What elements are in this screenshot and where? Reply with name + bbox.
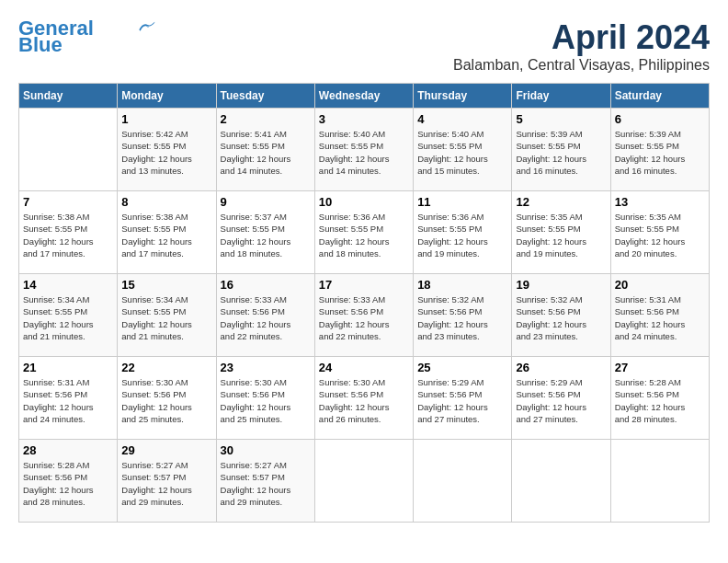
- calendar-day-cell: [19, 109, 118, 191]
- day-info: Sunrise: 5:30 AM Sunset: 5:56 PM Dayligh…: [121, 376, 211, 425]
- day-info: Sunrise: 5:34 AM Sunset: 5:55 PM Dayligh…: [23, 293, 113, 342]
- day-number: 26: [516, 361, 606, 374]
- calendar-header-row: SundayMondayTuesdayWednesdayThursdayFrid…: [19, 84, 710, 109]
- day-number: 30: [221, 443, 311, 457]
- day-number: 28: [23, 443, 113, 457]
- day-number: 8: [121, 195, 211, 209]
- day-of-week-header: Thursday: [414, 84, 512, 109]
- calendar-day-cell: 1Sunrise: 5:42 AM Sunset: 5:55 PM Daylig…: [118, 109, 216, 191]
- day-number: 6: [615, 112, 705, 126]
- calendar-day-cell: 19Sunrise: 5:32 AM Sunset: 5:56 PM Dayli…: [512, 274, 610, 357]
- calendar-day-cell: 13Sunrise: 5:35 AM Sunset: 5:55 PM Dayli…: [610, 191, 709, 274]
- day-info: Sunrise: 5:28 AM Sunset: 5:56 PM Dayligh…: [23, 459, 113, 508]
- calendar-day-cell: 29Sunrise: 5:27 AM Sunset: 5:57 PM Dayli…: [118, 440, 216, 523]
- day-info: Sunrise: 5:34 AM Sunset: 5:55 PM Dayligh…: [121, 293, 211, 342]
- day-number: 17: [319, 278, 409, 292]
- day-info: Sunrise: 5:31 AM Sunset: 5:56 PM Dayligh…: [23, 376, 113, 425]
- day-number: 27: [615, 361, 705, 374]
- calendar-day-cell: 10Sunrise: 5:36 AM Sunset: 5:55 PM Dayli…: [314, 191, 413, 274]
- calendar-day-cell: [610, 440, 709, 523]
- day-info: Sunrise: 5:27 AM Sunset: 5:57 PM Dayligh…: [221, 459, 311, 508]
- day-number: 3: [319, 112, 409, 126]
- logo-text2: Blue: [18, 35, 63, 55]
- day-info: Sunrise: 5:38 AM Sunset: 5:55 PM Dayligh…: [121, 211, 211, 259]
- day-of-week-header: Sunday: [19, 84, 118, 109]
- day-number: 22: [121, 361, 211, 374]
- day-number: 9: [221, 195, 311, 209]
- calendar-week-row: 1Sunrise: 5:42 AM Sunset: 5:55 PM Daylig…: [19, 109, 710, 191]
- calendar-week-row: 7Sunrise: 5:38 AM Sunset: 5:55 PM Daylig…: [19, 191, 710, 274]
- calendar-day-cell: 30Sunrise: 5:27 AM Sunset: 5:57 PM Dayli…: [216, 440, 314, 523]
- title-area: April 2024 Balamban, Central Visayas, Ph…: [453, 18, 710, 74]
- day-info: Sunrise: 5:36 AM Sunset: 5:55 PM Dayligh…: [319, 211, 409, 259]
- day-info: Sunrise: 5:42 AM Sunset: 5:55 PM Dayligh…: [121, 128, 211, 177]
- day-number: 18: [417, 278, 507, 292]
- day-info: Sunrise: 5:36 AM Sunset: 5:55 PM Dayligh…: [417, 211, 507, 259]
- day-number: 10: [319, 195, 409, 209]
- calendar-day-cell: 11Sunrise: 5:36 AM Sunset: 5:55 PM Dayli…: [414, 191, 512, 274]
- day-number: 25: [417, 361, 507, 374]
- calendar-day-cell: 4Sunrise: 5:40 AM Sunset: 5:55 PM Daylig…: [414, 109, 512, 191]
- calendar-day-cell: 3Sunrise: 5:40 AM Sunset: 5:55 PM Daylig…: [314, 109, 413, 191]
- day-info: Sunrise: 5:29 AM Sunset: 5:56 PM Dayligh…: [417, 376, 507, 425]
- day-number: 19: [516, 278, 606, 292]
- day-info: Sunrise: 5:41 AM Sunset: 5:55 PM Dayligh…: [221, 128, 311, 177]
- calendar-day-cell: 21Sunrise: 5:31 AM Sunset: 5:56 PM Dayli…: [19, 357, 118, 440]
- day-number: 12: [516, 195, 606, 209]
- day-info: Sunrise: 5:29 AM Sunset: 5:56 PM Dayligh…: [516, 376, 606, 425]
- calendar-day-cell: 22Sunrise: 5:30 AM Sunset: 5:56 PM Dayli…: [118, 357, 216, 440]
- calendar-day-cell: 20Sunrise: 5:31 AM Sunset: 5:56 PM Dayli…: [610, 274, 709, 357]
- day-number: 23: [221, 361, 311, 374]
- day-number: 11: [417, 195, 507, 209]
- day-info: Sunrise: 5:30 AM Sunset: 5:56 PM Dayligh…: [319, 376, 409, 425]
- day-number: 13: [615, 195, 705, 209]
- calendar-table: SundayMondayTuesdayWednesdayThursdayFrid…: [18, 83, 710, 523]
- calendar-day-cell: 23Sunrise: 5:30 AM Sunset: 5:56 PM Dayli…: [216, 357, 314, 440]
- calendar-day-cell: 9Sunrise: 5:37 AM Sunset: 5:55 PM Daylig…: [216, 191, 314, 274]
- calendar-day-cell: 18Sunrise: 5:32 AM Sunset: 5:56 PM Dayli…: [414, 274, 512, 357]
- day-info: Sunrise: 5:37 AM Sunset: 5:55 PM Dayligh…: [221, 211, 311, 259]
- location-title: Balamban, Central Visayas, Philippines: [453, 57, 710, 74]
- day-info: Sunrise: 5:35 AM Sunset: 5:55 PM Dayligh…: [516, 211, 606, 259]
- calendar-day-cell: 8Sunrise: 5:38 AM Sunset: 5:55 PM Daylig…: [118, 191, 216, 274]
- calendar-day-cell: 24Sunrise: 5:30 AM Sunset: 5:56 PM Dayli…: [314, 357, 413, 440]
- day-info: Sunrise: 5:40 AM Sunset: 5:55 PM Dayligh…: [417, 128, 507, 177]
- day-number: 29: [121, 443, 211, 457]
- day-number: 14: [23, 278, 113, 292]
- day-number: 21: [23, 361, 113, 374]
- calendar-day-cell: 25Sunrise: 5:29 AM Sunset: 5:56 PM Dayli…: [414, 357, 512, 440]
- day-info: Sunrise: 5:39 AM Sunset: 5:55 PM Dayligh…: [615, 128, 705, 177]
- day-info: Sunrise: 5:33 AM Sunset: 5:56 PM Dayligh…: [221, 293, 311, 342]
- day-number: 1: [121, 112, 211, 126]
- day-of-week-header: Saturday: [610, 84, 709, 109]
- day-number: 20: [615, 278, 705, 292]
- day-info: Sunrise: 5:39 AM Sunset: 5:55 PM Dayligh…: [516, 128, 606, 177]
- calendar-day-cell: 27Sunrise: 5:28 AM Sunset: 5:56 PM Dayli…: [610, 357, 709, 440]
- calendar-week-row: 28Sunrise: 5:28 AM Sunset: 5:56 PM Dayli…: [19, 440, 710, 523]
- calendar-day-cell: 12Sunrise: 5:35 AM Sunset: 5:55 PM Dayli…: [512, 191, 610, 274]
- day-number: 4: [417, 112, 507, 126]
- calendar-day-cell: [314, 440, 413, 523]
- day-of-week-header: Friday: [512, 84, 610, 109]
- day-number: 16: [221, 278, 311, 292]
- calendar-day-cell: 2Sunrise: 5:41 AM Sunset: 5:55 PM Daylig…: [216, 109, 314, 191]
- calendar-day-cell: 17Sunrise: 5:33 AM Sunset: 5:56 PM Dayli…: [314, 274, 413, 357]
- day-of-week-header: Wednesday: [314, 84, 413, 109]
- calendar-day-cell: 6Sunrise: 5:39 AM Sunset: 5:55 PM Daylig…: [610, 109, 709, 191]
- calendar-day-cell: 28Sunrise: 5:28 AM Sunset: 5:56 PM Dayli…: [19, 440, 118, 523]
- calendar-body: 1Sunrise: 5:42 AM Sunset: 5:55 PM Daylig…: [19, 109, 710, 523]
- calendar-day-cell: 5Sunrise: 5:39 AM Sunset: 5:55 PM Daylig…: [512, 109, 610, 191]
- calendar-day-cell: 7Sunrise: 5:38 AM Sunset: 5:55 PM Daylig…: [19, 191, 118, 274]
- calendar-day-cell: 26Sunrise: 5:29 AM Sunset: 5:56 PM Dayli…: [512, 357, 610, 440]
- month-title: April 2024: [453, 18, 710, 57]
- day-number: 15: [121, 278, 211, 292]
- header: General Blue April 2024 Balamban, Centra…: [18, 18, 710, 74]
- day-info: Sunrise: 5:28 AM Sunset: 5:56 PM Dayligh…: [615, 376, 705, 425]
- day-number: 7: [23, 195, 113, 209]
- day-of-week-header: Monday: [118, 84, 216, 109]
- day-number: 5: [516, 112, 606, 126]
- day-info: Sunrise: 5:32 AM Sunset: 5:56 PM Dayligh…: [516, 293, 606, 342]
- day-number: 24: [319, 361, 409, 374]
- calendar-day-cell: [414, 440, 512, 523]
- calendar-week-row: 21Sunrise: 5:31 AM Sunset: 5:56 PM Dayli…: [19, 357, 710, 440]
